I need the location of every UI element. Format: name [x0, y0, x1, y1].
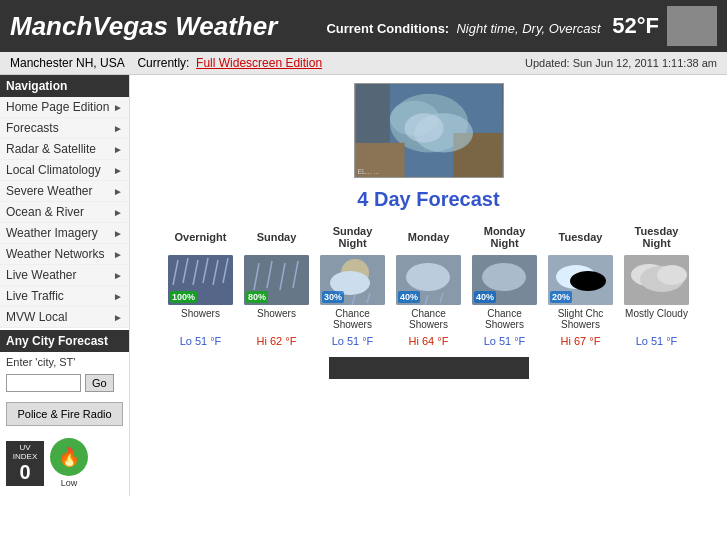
chevron-right-icon: ► — [113, 102, 123, 113]
temp-row: Hi 62 °F — [242, 335, 312, 347]
svg-rect-5 — [355, 84, 389, 143]
sidebar-item-label: Live Traffic — [6, 289, 64, 303]
location-bar: Manchester NH, USA Currently: Full Wides… — [0, 52, 727, 75]
uv-label: UVINDEX — [8, 443, 42, 461]
precipitation-pct: 40% — [398, 291, 420, 303]
forecast-day-tuesday-night: Tuesday Night Mostly Cloudy Lo 51 °F — [622, 223, 692, 347]
day-label: Monday — [394, 223, 464, 251]
svg-point-45 — [657, 265, 687, 285]
current-conditions: Current Conditions: Night time, Dry, Ove… — [326, 13, 659, 39]
edition-link[interactable]: Full Widescreen Edition — [196, 56, 322, 70]
weather-icon: 20% — [548, 255, 613, 305]
temp-row: Lo 51 °F — [470, 335, 540, 347]
site-title: ManchVegas Weather — [10, 11, 277, 42]
sidebar-item-label: Home Page Edition — [6, 100, 109, 114]
currently-label: Currently: — [137, 56, 189, 70]
temp-row: Lo 51 °F — [166, 335, 236, 347]
sidebar-item-networks[interactable]: Weather Networks ► — [0, 244, 129, 265]
sidebar-item-label: Radar & Satellite — [6, 142, 96, 156]
day-label: Sunday Night — [318, 223, 388, 251]
weather-icon — [624, 255, 689, 305]
forecast-day-monday-night: Monday Night 40% Chance Showers Lo 51 °F — [470, 223, 540, 347]
temp-row: Lo 51 °F — [622, 335, 692, 347]
weather-icon: 40% — [472, 255, 537, 305]
sidebar-item-forecasts[interactable]: Forecasts ► — [0, 118, 129, 139]
chevron-right-icon: ► — [113, 249, 123, 260]
sidebar-item-mvw[interactable]: MVW Local ► — [0, 307, 129, 328]
temp-row: Hi 64 °F — [394, 335, 464, 347]
svg-point-28 — [406, 263, 450, 291]
weather-icon: 80% — [244, 255, 309, 305]
sidebar-item-label: Ocean & River — [6, 205, 84, 219]
sidebar-item-traffic[interactable]: Live Traffic ► — [0, 286, 129, 307]
sidebar-item-live[interactable]: Live Weather ► — [0, 265, 129, 286]
weather-icon: 40% — [396, 255, 461, 305]
nav-header: Navigation — [0, 75, 129, 97]
sidebar-item-label: MVW Local — [6, 310, 67, 324]
forecast-day-sunday-night: Sunday Night 30% Chance Showers Lo 51 °F — [318, 223, 388, 347]
sidebar-item-label: Live Weather — [6, 268, 76, 282]
weather-desc: Showers — [242, 308, 312, 332]
weather-desc: Chance Showers — [318, 308, 388, 332]
air-quality-container: 🔥 Low — [50, 438, 88, 488]
forecast-day-tuesday: Tuesday 20% Slight Chc Showers Hi 67 °F — [546, 223, 616, 347]
precipitation-pct: 100% — [170, 291, 197, 303]
header-right: Current Conditions: Night time, Dry, Ove… — [326, 6, 717, 46]
chevron-right-icon: ► — [113, 186, 123, 197]
forecast-grid: Overnight 100% Showers Lo 51 °F — [140, 223, 717, 347]
sidebar-item-climatology[interactable]: Local Climatology ► — [0, 160, 129, 181]
weather-desc: Showers — [166, 308, 236, 332]
city-input-row: Go — [0, 372, 129, 398]
chevron-right-icon: ► — [113, 291, 123, 302]
conditions-value: Night time, Dry, Overcast — [456, 21, 600, 36]
uv-box: UVINDEX 0 — [6, 441, 44, 486]
city-label: Enter 'city, ST' — [0, 352, 129, 372]
location-text: Manchester NH, USA — [10, 56, 124, 70]
sidebar-item-label: Forecasts — [6, 121, 59, 135]
sidebar-item-imagery[interactable]: Weather Imagery ► — [0, 223, 129, 244]
weather-desc: Chance Showers — [470, 308, 540, 332]
temp-hi: Hi 67 °F — [561, 335, 601, 347]
temperature: 52°F — [612, 13, 659, 38]
sidebar-item-ocean[interactable]: Ocean & River ► — [0, 202, 129, 223]
sidebar-item-home[interactable]: Home Page Edition ► — [0, 97, 129, 118]
temp-lo: Lo 51 °F — [180, 335, 222, 347]
precipitation-pct: 30% — [322, 291, 344, 303]
chevron-right-icon: ► — [113, 123, 123, 134]
temp-lo: Lo 51 °F — [484, 335, 526, 347]
weather-desc: Chance Showers — [394, 308, 464, 332]
chevron-right-icon: ► — [113, 207, 123, 218]
sidebar-item-label: Weather Imagery — [6, 226, 98, 240]
city-go-button[interactable]: Go — [85, 374, 114, 392]
sidebar: Navigation Home Page Edition ► Forecasts… — [0, 75, 130, 496]
temp-lo: Lo 51 °F — [636, 335, 678, 347]
day-label: Tuesday Night — [622, 223, 692, 251]
forecast-title: 4 Day Forecast — [140, 188, 717, 211]
location-info: Manchester NH, USA Currently: Full Wides… — [10, 56, 322, 70]
temp-lo: Lo 51 °F — [332, 335, 374, 347]
svg-text:EL... ...: EL... ... — [357, 168, 379, 175]
main-layout: Navigation Home Page Edition ► Forecasts… — [0, 75, 727, 496]
updated-text: Updated: Sun Jun 12, 2011 1:11:38 am — [525, 57, 717, 69]
day-label: Sunday — [242, 223, 312, 251]
header-thumbnail — [667, 6, 717, 46]
sidebar-item-radar[interactable]: Radar & Satellite ► — [0, 139, 129, 160]
forecast-day-monday: Monday 40% Chance Showers Hi 64 °F — [394, 223, 464, 347]
day-label: Tuesday — [546, 223, 616, 251]
weather-desc: Slight Chc Showers — [546, 308, 616, 332]
satellite-image: EL... ... — [354, 83, 504, 178]
sidebar-item-label: Severe Weather — [6, 184, 93, 198]
uv-value: 0 — [8, 461, 42, 484]
chevron-right-icon: ► — [113, 165, 123, 176]
svg-point-39 — [570, 271, 606, 291]
temp-row: Hi 67 °F — [546, 335, 616, 347]
chevron-right-icon: ► — [113, 228, 123, 239]
police-radio-button[interactable]: Police & Fire Radio — [6, 402, 123, 426]
precipitation-pct: 20% — [550, 291, 572, 303]
uv-row: UVINDEX 0 🔥 Low — [0, 430, 129, 496]
forecast-day-overnight: Overnight 100% Showers Lo 51 °F — [166, 223, 236, 347]
sidebar-item-severe[interactable]: Severe Weather ► — [0, 181, 129, 202]
weather-desc: Mostly Cloudy — [622, 308, 692, 332]
city-search-input[interactable] — [6, 374, 81, 392]
chevron-right-icon: ► — [113, 144, 123, 155]
